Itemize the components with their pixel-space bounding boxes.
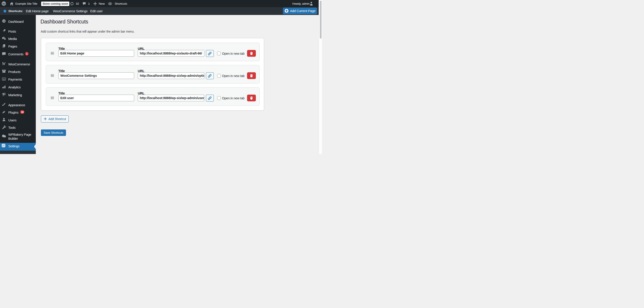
- svg-text:W: W: [2, 62, 6, 66]
- svg-text:$: $: [3, 78, 5, 80]
- svg-text:W: W: [2, 2, 5, 5]
